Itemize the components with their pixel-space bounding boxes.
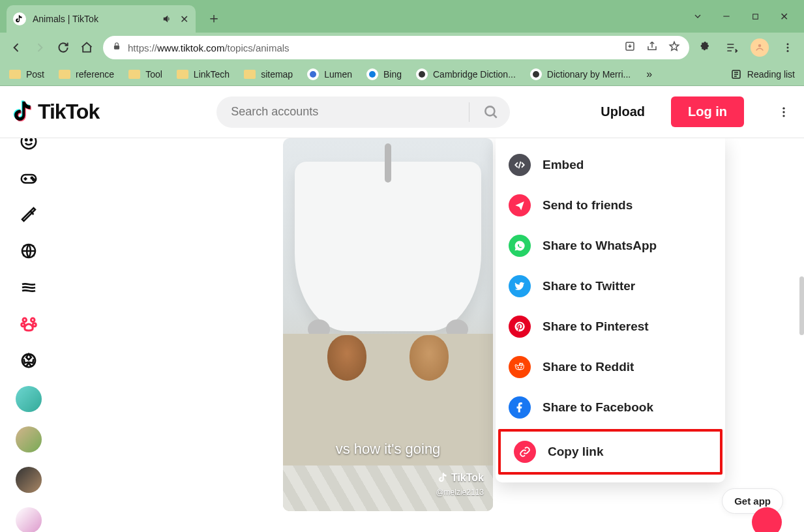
svg-point-19 — [31, 139, 33, 141]
page-scrollbar[interactable] — [799, 276, 804, 335]
rail-beauty-icon[interactable] — [18, 276, 40, 299]
rail-sports-icon[interactable] — [18, 349, 40, 372]
url-host: www.tiktok.com — [157, 42, 224, 53]
bookmark-item[interactable]: Dictionary by Merri... — [530, 68, 631, 80]
browser-tab[interactable]: Animals | TikTok ✕ — [7, 5, 196, 33]
share-fb[interactable]: Share to Facebook — [496, 387, 725, 428]
scroll-top-button[interactable] — [752, 507, 782, 532]
omnibox[interactable]: https://www.tiktok.com/topics/animals — [103, 36, 689, 59]
lock-icon — [112, 42, 121, 53]
svg-point-7 — [787, 50, 789, 52]
bookmark-label: Post — [26, 69, 44, 80]
bookmark-item[interactable]: reference — [59, 69, 114, 80]
nav-forward-button[interactable] — [33, 40, 47, 55]
rail-gaming-icon[interactable] — [18, 167, 40, 189]
suggested-avatar-2[interactable] — [16, 426, 42, 452]
share-friends[interactable]: Send to friends — [496, 185, 725, 226]
site-favicon — [307, 68, 319, 80]
bookmark-label: sitemap — [261, 69, 293, 80]
svg-point-17 — [22, 138, 37, 149]
search-button[interactable] — [476, 97, 506, 127]
bookmark-star-icon[interactable] — [668, 40, 680, 55]
window-close-icon[interactable]: ✕ — [778, 10, 790, 22]
share-wa[interactable]: Share to WhatsApp — [496, 226, 725, 266]
tiktok-more-icon[interactable] — [777, 105, 791, 119]
svg-point-26 — [22, 323, 25, 327]
bookmark-label: Lumen — [324, 69, 352, 80]
tabsearch-icon[interactable] — [692, 10, 704, 22]
video-watermark: TikTok — [438, 472, 484, 484]
video-caption: vs how it's going — [283, 441, 493, 458]
login-button[interactable]: Log in — [671, 96, 744, 127]
share-page-icon[interactable] — [646, 40, 658, 55]
nav-back-button[interactable] — [9, 40, 23, 55]
svg-point-14 — [782, 107, 784, 109]
bookmark-item[interactable]: Post — [9, 69, 44, 80]
suggested-avatar-3[interactable] — [16, 467, 42, 493]
svg-point-27 — [33, 323, 36, 327]
share-embed[interactable]: Embed — [496, 145, 725, 185]
bookmark-item[interactable]: Cambridge Diction... — [416, 68, 516, 80]
bookmark-item[interactable]: sitemap — [244, 69, 293, 80]
share-red[interactable]: Share to Reddit — [496, 347, 725, 387]
share-tw[interactable]: Share to Twitter — [496, 266, 725, 306]
rail-food-icon[interactable] — [18, 203, 40, 226]
share-menu: EmbedSend to friendsShare to WhatsAppSha… — [496, 138, 725, 482]
suggested-avatar-1[interactable] — [16, 386, 42, 412]
svg-point-13 — [486, 106, 495, 115]
tab-favicon — [13, 12, 26, 25]
upload-link[interactable]: Upload — [601, 104, 645, 119]
share-link[interactable]: Copy link — [501, 432, 720, 472]
window-minimize-icon[interactable] — [721, 10, 732, 22]
browser-toolbar: https://www.tiktok.com/topics/animals — [0, 33, 804, 63]
new-tab-button[interactable]: ＋ — [205, 9, 223, 27]
rail-smile-icon[interactable] — [18, 138, 40, 153]
site-favicon — [416, 68, 428, 80]
bookmark-item[interactable]: LinkTech — [177, 69, 230, 80]
bookmark-label: reference — [76, 69, 114, 80]
install-app-icon[interactable] — [624, 40, 636, 55]
browser-titlebar: Animals | TikTok ✕ ＋ ✕ — [0, 0, 804, 33]
bookmarks-bar: PostreferenceToolLinkTechsitemapLumenBin… — [0, 63, 804, 86]
site-favicon — [366, 68, 378, 80]
category-rail — [9, 138, 48, 532]
share-label: Share to Reddit — [543, 360, 634, 374]
tiktok-header: TikTok Upload Log in — [0, 86, 804, 138]
svg-point-10 — [419, 71, 425, 78]
watermark-text: TikTok — [451, 472, 484, 484]
rail-dance-icon[interactable] — [18, 240, 40, 262]
folder-icon — [128, 70, 140, 79]
nav-reload-button[interactable] — [56, 40, 70, 55]
bookmark-item[interactable]: Lumen — [307, 68, 352, 80]
profile-avatar[interactable] — [751, 38, 769, 57]
extensions-icon[interactable] — [698, 40, 713, 55]
nav-home-button[interactable] — [80, 40, 94, 55]
bookmark-item[interactable]: Bing — [366, 68, 402, 80]
video-player[interactable]: vs how it's going TikTok @melzie2113 — [283, 138, 493, 511]
svg-point-24 — [23, 318, 27, 322]
share-label: Send to friends — [543, 198, 633, 213]
media-control-icon[interactable] — [724, 40, 739, 55]
bookmark-label: Dictionary by Merri... — [547, 69, 631, 80]
window-maximize-icon[interactable] — [749, 10, 761, 22]
tab-close-icon[interactable]: ✕ — [179, 14, 189, 24]
window-controls: ✕ — [692, 0, 804, 22]
svg-point-11 — [533, 71, 539, 78]
bookmarks-overflow-icon[interactable]: » — [646, 68, 652, 80]
rail-animals-icon[interactable] — [18, 313, 40, 335]
tab-audio-icon[interactable] — [162, 14, 172, 24]
suggested-avatar-4[interactable] — [16, 507, 42, 532]
search-input[interactable] — [231, 105, 462, 119]
share-label: Share to Pinterest — [543, 319, 649, 334]
page-content: vs how it's going TikTok @melzie2113 Emb… — [0, 138, 804, 532]
svg-point-15 — [782, 111, 784, 113]
svg-point-5 — [787, 43, 789, 45]
url-scheme: https:// — [128, 42, 157, 53]
bookmark-item[interactable]: Tool — [128, 69, 162, 80]
svg-point-4 — [758, 44, 762, 48]
search-box[interactable] — [216, 96, 510, 128]
reading-list-button[interactable]: Reading list — [730, 68, 795, 80]
share-pin[interactable]: Share to Pinterest — [496, 306, 725, 347]
tiktok-logo[interactable]: TikTok — [13, 100, 99, 125]
browser-menu-icon[interactable] — [781, 40, 795, 55]
